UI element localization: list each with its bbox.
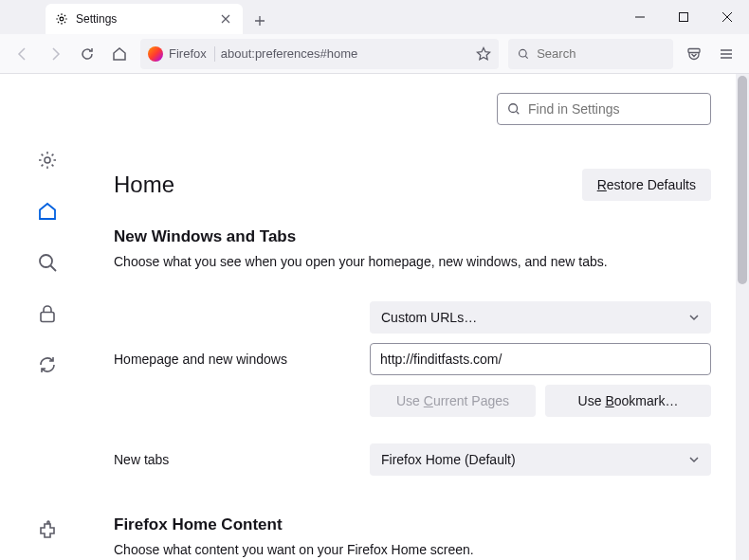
- nav-general-icon[interactable]: [37, 150, 58, 171]
- new-tab-button[interactable]: [247, 8, 273, 34]
- bookmark-star-icon[interactable]: [476, 46, 491, 62]
- gear-icon: [55, 12, 68, 26]
- nav-privacy-icon[interactable]: [37, 303, 58, 324]
- browser-tab[interactable]: Settings: [46, 4, 243, 34]
- newtabs-dropdown[interactable]: Firefox Home (Default): [370, 443, 711, 476]
- svg-rect-3: [688, 48, 700, 52]
- chevron-down-icon: [688, 454, 700, 465]
- homepage-mode-dropdown[interactable]: Custom URLs…: [370, 301, 711, 334]
- toolbar: Firefox about:preferences#home: [0, 34, 749, 74]
- home-button[interactable]: [104, 39, 135, 69]
- scrollbar[interactable]: [736, 74, 749, 560]
- nav-extensions-icon[interactable]: [37, 520, 58, 541]
- search-icon: [518, 47, 529, 61]
- svg-point-2: [520, 49, 527, 57]
- identity-label: Firefox: [169, 46, 207, 61]
- use-current-pages-button[interactable]: Use Current Pages: [370, 385, 536, 417]
- url-text: about:preferences#home: [221, 46, 470, 61]
- dropdown-value: Custom URLs…: [381, 310, 477, 325]
- svg-point-5: [40, 255, 52, 267]
- use-bookmark-button[interactable]: Use Bookmark…: [545, 385, 711, 417]
- url-bar[interactable]: Firefox about:preferences#home: [140, 39, 499, 69]
- search-input[interactable]: [537, 46, 664, 61]
- svg-rect-6: [41, 313, 54, 322]
- forward-button[interactable]: [40, 39, 70, 69]
- svg-point-0: [60, 17, 64, 21]
- back-button[interactable]: [8, 39, 38, 69]
- titlebar: Settings: [0, 0, 749, 34]
- nav-search-icon[interactable]: [37, 252, 58, 273]
- svg-point-7: [509, 104, 518, 113]
- new-windows-tabs-title: New Windows and Tabs: [114, 227, 711, 246]
- close-window-button[interactable]: [705, 0, 749, 34]
- chevron-down-icon: [688, 312, 700, 323]
- settings-sidebar: [0, 74, 95, 560]
- settings-main: Home Restore Defaults New Windows and Ta…: [95, 74, 749, 560]
- nav-home-icon[interactable]: [37, 201, 58, 222]
- search-icon: [507, 102, 521, 116]
- content-area: Home Restore Defaults New Windows and Ta…: [0, 74, 749, 560]
- dropdown-value: Firefox Home (Default): [381, 452, 516, 467]
- menu-button[interactable]: [711, 39, 741, 69]
- section-header: Home Restore Defaults: [114, 169, 711, 201]
- minimize-button[interactable]: [618, 0, 662, 34]
- new-windows-tabs-desc: Choose what you see when you open your h…: [114, 254, 711, 269]
- find-input[interactable]: [528, 101, 701, 117]
- nav-sync-icon[interactable]: [37, 354, 58, 375]
- window-controls: [618, 0, 749, 34]
- pocket-button[interactable]: [679, 39, 709, 69]
- firefox-home-content-desc: Choose what content you want on your Fir…: [114, 542, 711, 557]
- maximize-button[interactable]: [662, 0, 705, 34]
- svg-rect-1: [680, 13, 688, 22]
- tab-title: Settings: [76, 12, 210, 26]
- page-title: Home: [114, 172, 174, 198]
- svg-point-4: [45, 157, 50, 163]
- identity-box[interactable]: Firefox: [148, 46, 215, 62]
- restore-defaults-button[interactable]: Restore Defaults: [582, 169, 711, 201]
- newtabs-label: New tabs: [114, 452, 351, 467]
- homepage-label: Homepage and new windows: [114, 352, 351, 367]
- reload-button[interactable]: [72, 39, 102, 69]
- firefox-home-content-title: Firefox Home Content: [114, 515, 711, 534]
- firefox-logo-icon: [148, 46, 163, 62]
- close-icon[interactable]: [218, 11, 233, 27]
- search-bar[interactable]: [508, 39, 673, 69]
- scrollbar-thumb[interactable]: [738, 76, 747, 284]
- find-in-settings[interactable]: [497, 93, 711, 125]
- homepage-url-input[interactable]: [370, 343, 711, 375]
